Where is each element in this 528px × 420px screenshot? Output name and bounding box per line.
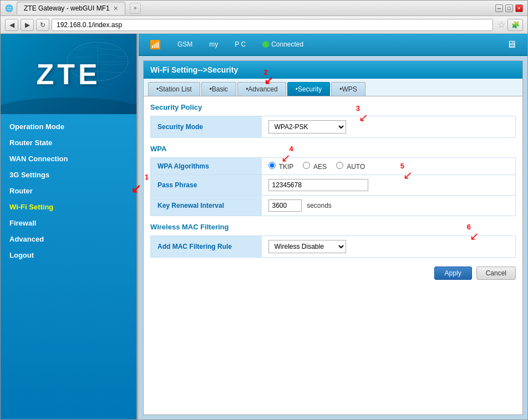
- annotation-arrow-6: ↙: [470, 229, 479, 243]
- reload-btn[interactable]: ↻: [36, 19, 49, 31]
- sidebar-item-operation-mode[interactable]: Operation Mode: [1, 119, 136, 135]
- sidebar-item-wifi-setting[interactable]: Wi-Fi Setting: [1, 199, 136, 215]
- tab-close-btn[interactable]: ✕: [113, 5, 118, 12]
- new-tab-btn[interactable]: +: [130, 3, 141, 14]
- security-mode-row: Security Mode WPA2-PSK WPA-PSK WEP None …: [151, 116, 516, 138]
- security-policy-section: Security Policy Security Mode WPA2-PSK W…: [144, 96, 522, 141]
- security-mode-label: Security Mode: [151, 116, 262, 138]
- connected-status: Connected: [262, 40, 303, 48]
- nav-bar: ◀ ▶ ↻ 192.168.0.1/index.asp ☆ 🧩: [1, 16, 527, 34]
- tabs-row: •Station List •Basic •Advanced •Security…: [144, 79, 522, 96]
- sidebar-item-router[interactable]: Router ↙ 1: [1, 183, 136, 199]
- monitor-area: 🖥: [506, 39, 516, 50]
- mac-filtering-title: Wireless MAC Filtering: [150, 223, 516, 231]
- apply-button[interactable]: Apply: [434, 267, 472, 280]
- aes-label[interactable]: AES: [303, 163, 328, 171]
- browser-icon: 🌐: [5, 4, 13, 12]
- tab-title: ZTE Gateway - webGUI MF1: [24, 4, 110, 12]
- security-policy-title: Security Policy: [150, 103, 516, 111]
- close-btn[interactable]: ✕: [515, 4, 523, 12]
- wpa-algorithms-label: WPA Algorithms: [151, 158, 262, 175]
- tab-station-list[interactable]: •Station List: [148, 82, 200, 96]
- sidebar-item-router-state[interactable]: Router State: [1, 135, 136, 151]
- status-bar: 📶 GSM my P C Connected 🖥: [139, 34, 527, 56]
- pass-phrase-input[interactable]: [268, 179, 368, 191]
- mac-rule-label: Add MAC Filtering Rule: [151, 236, 262, 258]
- wpa-section: WPA WPA Algorithms TKIP: [144, 141, 522, 219]
- tkip-radio[interactable]: [268, 162, 276, 169]
- logo-area: ZTE: [1, 34, 136, 114]
- key-renewal-label: Key Renewal Interval: [151, 196, 262, 216]
- mac-rule-select[interactable]: Wireless Disable Wireless Allow Wireless…: [268, 240, 346, 253]
- content-header: Wi-Fi Setting-->Security 2 ↙: [144, 61, 522, 79]
- window-controls: ─ □ ✕: [494, 4, 523, 12]
- annotation-arrow-4: ↙: [281, 151, 291, 165]
- security-mode-select[interactable]: WPA2-PSK WPA-PSK WEP None: [268, 120, 346, 134]
- tab-wps[interactable]: •WPS: [331, 82, 365, 96]
- wpa-algorithms-row: WPA Algorithms TKIP AES: [151, 158, 516, 175]
- tab-basic[interactable]: •Basic: [201, 82, 237, 96]
- sidebar: ZTE Operation Mode Router State WAN Conn…: [1, 34, 136, 419]
- monitor-icon[interactable]: 🖥: [506, 39, 516, 50]
- annotation-arrow-5: ↙: [403, 168, 413, 182]
- wpa-algorithms-cell: TKIP AES AUTO: [262, 158, 516, 175]
- sidebar-item-advanced[interactable]: Advanced: [1, 231, 136, 247]
- back-btn[interactable]: ◀: [5, 19, 18, 31]
- content-box: Wi-Fi Setting-->Security 2 ↙ •Station Li…: [143, 60, 523, 415]
- wpa-table: WPA Algorithms TKIP AES: [150, 157, 516, 216]
- maximize-btn[interactable]: □: [505, 4, 513, 12]
- sidebar-item-3g-settings[interactable]: 3G Settings: [1, 167, 136, 183]
- my-status: my: [209, 40, 218, 48]
- title-bar: 🌐 ZTE Gateway - webGUI MF1 ✕ + ─ □ ✕: [1, 1, 527, 16]
- annotation-arrow-2: ↙: [264, 74, 273, 87]
- key-renewal-row: Key Renewal Interval seconds: [151, 196, 516, 216]
- mac-filtering-section: Wireless MAC Filtering Add MAC Filtering…: [144, 219, 522, 261]
- signal-icon: 📶: [150, 39, 161, 50]
- key-renewal-cell: seconds: [262, 196, 516, 216]
- zte-logo: ZTE: [36, 58, 100, 91]
- sidebar-item-logout[interactable]: Logout: [1, 247, 136, 263]
- forward-btn[interactable]: ▶: [21, 19, 34, 31]
- pc-status: P C: [235, 40, 246, 48]
- mac-filtering-table: Add MAC Filtering Rule Wireless Disable …: [150, 235, 516, 258]
- sidebar-item-wan-connection[interactable]: WAN Connection: [1, 151, 136, 167]
- wpa-title: WPA: [150, 145, 516, 153]
- tab-security[interactable]: •Security: [287, 82, 331, 96]
- security-policy-table: Security Mode WPA2-PSK WPA-PSK WEP None …: [150, 116, 516, 138]
- aes-radio[interactable]: [303, 162, 310, 169]
- bookmark-btn[interactable]: ☆: [497, 19, 505, 30]
- signal-status: 📶: [150, 39, 161, 50]
- key-renewal-input[interactable]: [268, 199, 302, 212]
- extensions-btn[interactable]: 🧩: [507, 19, 523, 31]
- mac-rule-row: Add MAC Filtering Rule Wireless Disable …: [151, 236, 516, 258]
- browser-tab[interactable]: ZTE Gateway - webGUI MF1 ✕: [17, 2, 125, 14]
- gsm-status: GSM: [177, 40, 192, 48]
- address-bar[interactable]: 192.168.0.1/index.asp: [52, 19, 493, 31]
- pass-phrase-cell: 5 ↙: [262, 175, 516, 196]
- mac-rule-cell: Wireless Disable Wireless Allow Wireless…: [262, 236, 516, 258]
- address-text: 192.168.0.1/index.asp: [57, 21, 122, 29]
- auto-radio[interactable]: [336, 162, 343, 169]
- cancel-button[interactable]: Cancel: [476, 267, 516, 280]
- sidebar-nav: Operation Mode Router State WAN Connecti…: [1, 114, 136, 419]
- security-mode-cell: WPA2-PSK WPA-PSK WEP None 3 ↙: [262, 116, 516, 138]
- auto-label[interactable]: AUTO: [336, 163, 365, 171]
- connected-dot: [262, 41, 269, 48]
- pass-phrase-row: Pass Phrase 5 ↙: [151, 175, 516, 196]
- sidebar-item-firewall[interactable]: Firewall: [1, 215, 136, 231]
- annotation-arrow-3: ↙: [359, 111, 368, 124]
- seconds-label: seconds: [307, 202, 332, 209]
- main-panel: 📶 GSM my P C Connected 🖥: [139, 34, 527, 419]
- buttons-row: Apply Cancel: [144, 261, 522, 285]
- minimize-btn[interactable]: ─: [495, 4, 503, 12]
- pass-phrase-label: Pass Phrase: [151, 175, 262, 196]
- tab-advanced[interactable]: •Advanced: [237, 82, 286, 96]
